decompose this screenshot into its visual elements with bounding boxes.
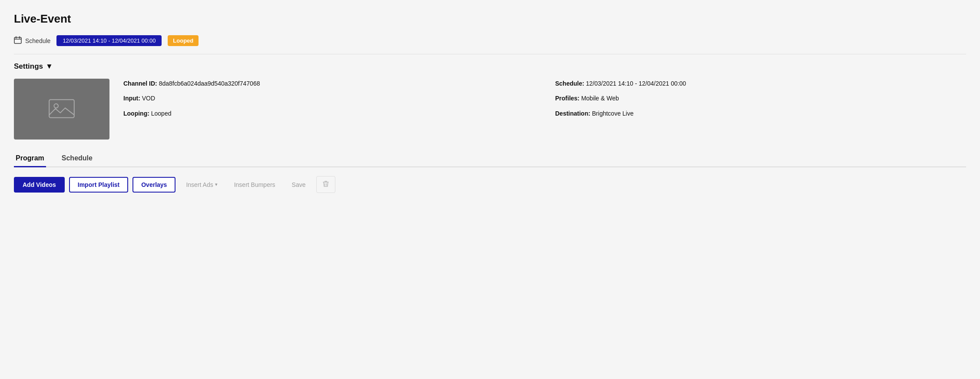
schedule-date-badge: 12/03/2021 14:10 - 12/04/2021 00:00	[56, 35, 162, 46]
program-section: Program Schedule Add Videos Import Playl…	[14, 150, 966, 193]
overlays-button[interactable]: Overlays	[132, 177, 175, 193]
delete-button[interactable]	[316, 176, 335, 193]
channel-id-value: 8da8fcb6a024daa9d540a320f747068	[159, 80, 260, 87]
looping-value: Looped	[151, 110, 172, 117]
tabs-row: Program Schedule	[14, 150, 966, 167]
settings-header-label: Settings	[14, 62, 43, 71]
import-playlist-button[interactable]: Import Playlist	[69, 177, 128, 193]
schedule-label: Schedule	[14, 36, 50, 46]
settings-content: Channel ID: 8da8fcb6a024daa9d540a320f747…	[14, 79, 966, 140]
settings-header[interactable]: Settings ▼	[14, 62, 966, 71]
insert-ads-button[interactable]: Insert Ads ▾	[180, 178, 223, 192]
destination-value: Brightcove Live	[592, 110, 634, 117]
input-label: Input:	[123, 95, 140, 102]
add-videos-button[interactable]: Add Videos	[14, 177, 65, 193]
save-button[interactable]: Save	[286, 178, 312, 192]
image-placeholder-icon	[48, 95, 76, 124]
chevron-down-icon: ▾	[215, 182, 218, 187]
input-value: VOD	[142, 95, 155, 102]
schedule-row: Schedule 12/03/2021 14:10 - 12/04/2021 0…	[14, 35, 966, 54]
tab-program[interactable]: Program	[14, 150, 53, 166]
tab-schedule[interactable]: Schedule	[60, 150, 101, 166]
svg-rect-0	[14, 37, 21, 43]
page-title: Live-Event	[14, 12, 966, 26]
channel-id-label: Channel ID:	[123, 80, 157, 87]
channel-thumbnail	[14, 79, 109, 140]
svg-point-5	[54, 103, 58, 108]
schedule-detail: Schedule: 12/03/2021 14:10 - 12/04/2021 …	[555, 79, 966, 88]
settings-section: Settings ▼ Channel ID: 8da8fcb6a024daa9	[14, 62, 966, 140]
trash-icon	[322, 182, 330, 189]
destination-label: Destination:	[555, 110, 590, 117]
schedule-detail-label: Schedule:	[555, 80, 584, 87]
profiles-detail: Profiles: Mobile & Web	[555, 93, 966, 103]
calendar-icon	[14, 36, 22, 46]
insert-ads-label: Insert Ads	[186, 181, 213, 188]
destination-detail: Destination: Brightcove Live	[555, 109, 966, 118]
settings-toggle-icon: ▼	[46, 62, 53, 71]
settings-details: Channel ID: 8da8fcb6a024daa9d540a320f747…	[123, 79, 966, 118]
page-container: Live-Event Schedule 12/03/2021 14:10 - 1…	[0, 0, 980, 379]
input-detail: Input: VOD	[123, 93, 534, 103]
looping-detail: Looping: Looped	[123, 109, 534, 118]
schedule-detail-value: 12/03/2021 14:10 - 12/04/2021 00:00	[586, 80, 686, 87]
profiles-label: Profiles:	[555, 95, 579, 102]
insert-bumpers-button[interactable]: Insert Bumpers	[228, 178, 281, 192]
schedule-text-label: Schedule	[25, 37, 50, 44]
svg-rect-4	[49, 100, 74, 118]
toolbar-row: Add Videos Import Playlist Overlays Inse…	[14, 176, 966, 193]
channel-id-detail: Channel ID: 8da8fcb6a024daa9d540a320f747…	[123, 79, 534, 88]
looped-badge: Looped	[168, 35, 199, 46]
looping-label: Looping:	[123, 110, 149, 117]
profiles-value: Mobile & Web	[581, 95, 619, 102]
